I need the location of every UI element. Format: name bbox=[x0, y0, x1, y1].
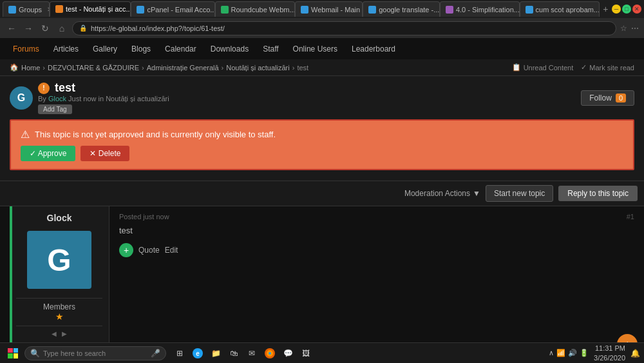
home-button[interactable]: ⌂ bbox=[55, 23, 68, 34]
nav-leaderboard[interactable]: Leaderboard bbox=[345, 39, 402, 59]
breadcrumb-level3[interactable]: Noutăți și actualizări bbox=[226, 64, 289, 72]
post-number: #1 bbox=[627, 213, 634, 221]
tab-groups[interactable]: Groups ✕ bbox=[3, 1, 50, 17]
photos-icon[interactable]: 🖼 bbox=[299, 346, 313, 360]
tab-label-webmail: Webmail - Main bbox=[311, 6, 360, 14]
breadcrumb-level1[interactable]: DEZVOLTARE & GĂZDUIRE bbox=[48, 64, 139, 72]
taskbar-app-icons: ⊞ e 📁 🛍 ✉ 💬 🖼 bbox=[173, 346, 313, 360]
tab-label-groups: Groups bbox=[19, 6, 42, 14]
tab-cum-scot[interactable]: cum scot aprobam... ✕ bbox=[520, 1, 600, 17]
new-tab-button[interactable]: + bbox=[600, 1, 612, 17]
breadcrumb-home[interactable]: Home bbox=[21, 64, 40, 72]
unread-content-link[interactable]: 📋 Unread Content bbox=[512, 63, 574, 72]
store-icon[interactable]: 🛍 bbox=[227, 346, 241, 360]
refresh-button[interactable]: ↻ bbox=[39, 23, 52, 34]
warning-buttons: ✓ Approve ✕ Delete bbox=[21, 146, 623, 161]
minimize-button[interactable]: ─ bbox=[612, 5, 621, 14]
quote-link[interactable]: Quote bbox=[138, 246, 160, 255]
speaker-icon[interactable]: 🔊 bbox=[568, 349, 577, 357]
microphone-icon[interactable]: 🎤 bbox=[151, 349, 160, 358]
topic-author-link[interactable]: Glock bbox=[48, 95, 66, 103]
user-star-rating: ★ bbox=[55, 311, 64, 322]
maximize-button[interactable]: □ bbox=[622, 5, 631, 14]
moderation-actions-dropdown[interactable]: Moderation Actions ▼ bbox=[404, 189, 480, 198]
tab-4-simplification[interactable]: 4.0 - Simplification... ✕ bbox=[440, 1, 520, 17]
tab-favicon-test bbox=[55, 5, 63, 13]
start-new-topic-button[interactable]: Start new topic bbox=[486, 185, 553, 202]
discord-icon[interactable]: 💬 bbox=[281, 346, 295, 360]
start-button[interactable] bbox=[4, 344, 22, 362]
nav-blogs[interactable]: Blogs bbox=[125, 39, 157, 59]
approve-button[interactable]: ✓ Approve bbox=[21, 146, 75, 161]
network-icon[interactable]: 📶 bbox=[556, 349, 565, 357]
warning-message: This topic is not yet approved and is cu… bbox=[35, 130, 276, 139]
taskview-icon[interactable]: ⊞ bbox=[173, 346, 187, 360]
clock-date: 3/26/2020 bbox=[594, 353, 625, 362]
topic-posted-meta: Just now in Noutăți și actualizări bbox=[68, 95, 169, 103]
post-area: Posted just now #1 test + Quote Edit bbox=[109, 206, 644, 361]
nav-gallery[interactable]: Gallery bbox=[86, 39, 124, 59]
close-button[interactable]: ✕ bbox=[632, 5, 641, 14]
breadcrumb-current: test bbox=[297, 64, 308, 72]
settings-icon[interactable]: ⋯ bbox=[631, 24, 639, 33]
nav-forums[interactable]: Forums bbox=[6, 39, 46, 59]
tab-favicon-cpanel bbox=[137, 6, 144, 14]
taskbar-search-bar[interactable]: 🔍 Type here to search 🎤 bbox=[24, 346, 166, 360]
back-button[interactable]: ← bbox=[5, 23, 18, 34]
tab-favicon-cum-scot bbox=[526, 6, 533, 14]
edge-icon[interactable]: e bbox=[191, 346, 205, 360]
nav-articles[interactable]: Articles bbox=[47, 39, 85, 59]
user-divider-2 bbox=[16, 326, 102, 326]
tray-expand-icon[interactable]: ∧ bbox=[549, 349, 554, 357]
tab-webmail[interactable]: Webmail - Main ✕ bbox=[295, 1, 363, 17]
mail-icon[interactable]: ✉ bbox=[245, 346, 259, 360]
file-explorer-icon[interactable]: 📁 bbox=[209, 346, 223, 360]
battery-icon[interactable]: 🔋 bbox=[580, 349, 589, 357]
tab-label-google-translate: google translate -... bbox=[379, 6, 439, 14]
search-icon: 🔍 bbox=[30, 349, 40, 358]
post-time: Posted just now bbox=[119, 213, 169, 221]
tab-google-translate[interactable]: google translate -... ✕ bbox=[363, 1, 440, 17]
topic-title-row: G ! test By Glock Just now in Noutăți și… bbox=[10, 81, 169, 114]
tab-roundcube[interactable]: Roundcube Webm... ✕ bbox=[215, 1, 295, 17]
nav-downloads[interactable]: Downloads bbox=[204, 39, 255, 59]
taskbar-right: ∧ 📶 🔊 🔋 11:31 PM 3/26/2020 🔔 bbox=[549, 344, 640, 362]
taskbar: 🔍 Type here to search 🎤 ⊞ e 📁 🛍 ✉ 💬 🖼 ∧ … bbox=[0, 342, 644, 363]
address-bar-row: ← → ↻ ⌂ 🔒 https://e-global.ro/index.php?… bbox=[0, 18, 644, 39]
post-username: Glock bbox=[47, 213, 72, 223]
reply-button[interactable]: Reply to this topic bbox=[558, 186, 638, 201]
windows-logo-icon bbox=[8, 348, 18, 358]
taskbar-clock[interactable]: 11:31 PM 3/26/2020 bbox=[594, 344, 625, 362]
user-divider bbox=[16, 298, 102, 299]
forward-button[interactable]: → bbox=[22, 23, 35, 34]
tab-cpanel[interactable]: cPanel - Email Acco... ✕ bbox=[131, 1, 214, 17]
address-bar[interactable]: 🔒 https://e-global.ro/index.php?/topic/6… bbox=[72, 21, 616, 35]
nav-online-users[interactable]: Online Users bbox=[287, 39, 344, 59]
follow-button[interactable]: Follow 0 bbox=[581, 90, 634, 106]
add-reaction-button[interactable]: + bbox=[119, 243, 133, 257]
notifications-icon[interactable]: 🔔 bbox=[630, 349, 640, 358]
topic-user-avatar: G bbox=[10, 86, 33, 110]
breadcrumb-level2[interactable]: Administrație Generală bbox=[147, 64, 219, 72]
nav-staff[interactable]: Staff bbox=[256, 39, 285, 59]
tab-test[interactable]: test - Noutăți și acc... ✕ bbox=[50, 1, 131, 17]
content-area: ‹ Glock G Members ★ ◀ ▶ Posted just now … bbox=[0, 206, 644, 361]
tab-label-4-simplification: 4.0 - Simplification... bbox=[456, 6, 520, 14]
delete-button[interactable]: ✕ Delete bbox=[80, 146, 129, 161]
nav-calendar[interactable]: Calendar bbox=[158, 39, 203, 59]
bookmark-icon[interactable]: ☆ bbox=[620, 24, 627, 33]
post-actions: + Quote Edit bbox=[119, 243, 634, 257]
svg-text:e: e bbox=[196, 350, 200, 357]
chevron-down-icon: ▼ bbox=[473, 189, 480, 198]
breadcrumb-icon: 🏠 bbox=[10, 63, 19, 72]
topic-warning-badge: ! bbox=[38, 83, 50, 94]
firefox-icon[interactable] bbox=[263, 346, 277, 360]
add-tag-button[interactable]: Add Tag bbox=[38, 104, 72, 114]
mark-site-read-link[interactable]: ✓ Mark site read bbox=[581, 63, 634, 72]
next-user-icon: ▶ bbox=[62, 330, 67, 337]
user-sidebar: Glock G Members ★ ◀ ▶ bbox=[10, 206, 109, 361]
topic-meta: By Glock Just now in Noutăți și actualiz… bbox=[38, 95, 169, 103]
edit-link[interactable]: Edit bbox=[165, 246, 178, 255]
browser-chrome: Groups ✕ test - Noutăți și acc... ✕ cPan… bbox=[0, 0, 644, 39]
site-header: Forums Articles Gallery Blogs Calendar D… bbox=[0, 39, 644, 59]
